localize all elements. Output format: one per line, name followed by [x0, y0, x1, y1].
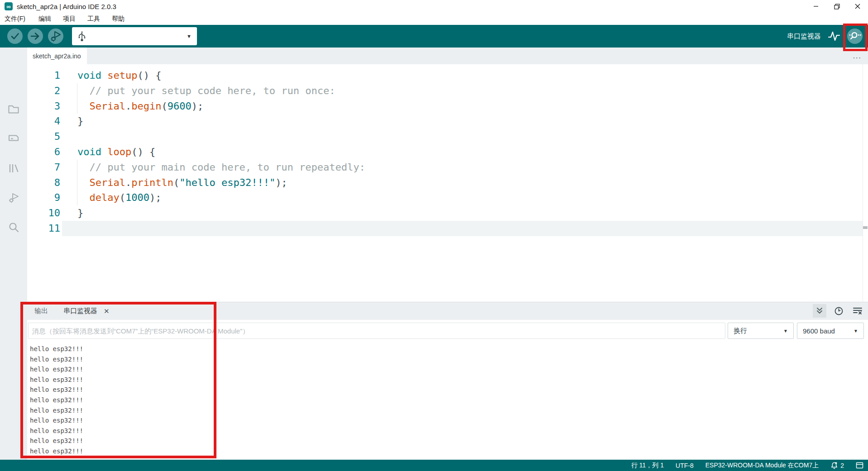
cursor-position[interactable]: 行 11，列 1	[631, 461, 664, 470]
menu-sketch[interactable]: 项目	[57, 15, 82, 23]
serial-output-line: hello esp32!!!	[30, 354, 862, 365]
window-title: sketch_apr2a | Arduino IDE 2.0.3	[17, 3, 116, 10]
arduino-logo-icon: ∞	[5, 2, 13, 10]
line-number-gutter: 1234567891011	[27, 68, 62, 236]
toolbar-right: 串口监视器	[787, 25, 863, 48]
sketchbook-folder-icon[interactable]	[7, 102, 20, 115]
serial-output-area[interactable]: hello esp32!!!hello esp32!!!hello esp32!…	[27, 344, 862, 460]
chevron-down-icon: ▼	[854, 328, 858, 333]
menu-edit[interactable]: 编辑	[33, 15, 57, 23]
line-number: 11	[27, 221, 60, 236]
menu-tools[interactable]: 工具	[82, 15, 106, 23]
library-manager-icon[interactable]	[7, 162, 20, 174]
close-serial-monitor-icon[interactable]: ✕	[104, 307, 110, 315]
code-line[interactable]: // put your main code here, to run repea…	[77, 160, 863, 175]
verify-button[interactable]	[7, 29, 23, 44]
code-line[interactable]	[77, 129, 863, 144]
board-selector[interactable]: ▼	[72, 27, 197, 45]
serial-output-line: hello esp32!!!	[30, 405, 862, 416]
line-ending-dropdown[interactable]: 换行 ▼	[728, 323, 794, 339]
line-number: 8	[27, 175, 60, 190]
line-number: 2	[27, 83, 60, 99]
debug-sidebar-icon[interactable]	[7, 191, 20, 204]
tab-serial-monitor[interactable]: 串口监视器	[60, 307, 101, 315]
panel-header-icons	[813, 304, 864, 318]
serial-output-line: hello esp32!!!	[30, 415, 862, 426]
chevron-down-icon: ▼	[187, 33, 192, 39]
line-number: 10	[27, 205, 60, 221]
code-line[interactable]: delay(1000);	[77, 190, 863, 205]
line-number: 9	[27, 190, 60, 205]
serial-monitor-button[interactable]	[847, 29, 863, 44]
search-icon[interactable]	[7, 221, 20, 233]
line-number: 7	[27, 160, 60, 175]
bottom-panel: 输出 串口监视器 ✕	[27, 302, 868, 460]
serial-output-line: hello esp32!!!	[30, 375, 862, 385]
panel-layout-icon	[856, 462, 863, 469]
chevron-down-icon: ▼	[783, 328, 788, 333]
editor-scrollbar[interactable]	[863, 64, 868, 302]
code-line[interactable]: void loop() {	[77, 144, 863, 160]
menu-file[interactable]: 文件(F)	[0, 15, 33, 23]
line-number: 6	[27, 144, 60, 160]
titlebar: ∞ sketch_apr2a | Arduino IDE 2.0.3	[0, 0, 868, 13]
clear-output-icon[interactable]	[851, 304, 864, 318]
debug-button[interactable]	[48, 29, 63, 44]
boards-manager-icon[interactable]	[7, 132, 20, 144]
line-number: 4	[27, 114, 60, 129]
activity-sidebar	[0, 48, 27, 460]
menubar: 文件(F) 编辑 项目 工具 帮助	[0, 13, 868, 25]
serial-output-line: hello esp32!!!	[30, 364, 862, 375]
line-number: 5	[27, 129, 60, 144]
menu-help[interactable]: 帮助	[106, 15, 130, 23]
bell-icon	[830, 461, 838, 469]
code-line[interactable]: }	[77, 114, 863, 129]
arduino-ide-window: ∞ sketch_apr2a | Arduino IDE 2.0.3 文件(F)…	[0, 0, 868, 471]
code-area[interactable]: void setup() { // put your setup code he…	[62, 68, 863, 236]
code-line[interactable]	[77, 221, 863, 236]
line-number: 3	[27, 99, 60, 114]
serial-output-line: hello esp32!!!	[30, 395, 862, 405]
autoscroll-icon[interactable]	[813, 304, 826, 318]
window-controls	[806, 0, 868, 13]
usb-icon	[77, 31, 86, 42]
toggle-panel-button[interactable]	[856, 462, 863, 469]
serial-output-line: hello esp32!!!	[30, 385, 862, 395]
close-button[interactable]	[847, 0, 868, 13]
line-ending-value: 换行	[734, 327, 747, 335]
panel-header: 输出 串口监视器 ✕	[27, 302, 868, 320]
code-line[interactable]: void setup() {	[77, 68, 863, 83]
code-line[interactable]: Serial.begin(9600);	[77, 99, 863, 114]
serial-output-line: hello esp32!!!	[30, 436, 862, 446]
serial-plotter-icon[interactable]	[827, 29, 841, 43]
timestamp-icon[interactable]	[832, 304, 845, 318]
upload-button[interactable]	[28, 29, 43, 44]
tab-output[interactable]: 输出	[31, 307, 52, 315]
code-line[interactable]: }	[77, 205, 863, 221]
tab-sketch-apr2a[interactable]: sketch_apr2a.ino	[27, 48, 87, 64]
statusbar: 行 11，列 1 UTF-8 ESP32-WROOM-DA Module 在CO…	[0, 460, 868, 471]
check-icon	[7, 29, 23, 44]
baud-rate-dropdown[interactable]: 9600 baud ▼	[797, 323, 864, 339]
toolbar: ▼ 串口监视器	[0, 25, 868, 48]
code-editor[interactable]: 1234567891011 void setup() { // put your…	[27, 64, 868, 302]
serial-output-line: hello esp32!!!	[30, 446, 862, 457]
encoding-indicator[interactable]: UTF-8	[676, 462, 694, 469]
tab-overflow-menu[interactable]: ...	[853, 48, 862, 64]
editor-tabbar: sketch_apr2a.ino ...	[27, 48, 868, 64]
tab-label: sketch_apr2a.ino	[33, 52, 81, 60]
line-number: 1	[27, 68, 60, 83]
notifications-button[interactable]: 2	[830, 461, 844, 469]
baud-rate-value: 9600 baud	[803, 327, 835, 335]
message-row: 换行 ▼ 9600 baud ▼	[27, 323, 868, 339]
serial-monitor-tooltip: 串口监视器	[787, 32, 821, 41]
notification-count: 2	[840, 462, 844, 469]
arrow-right-icon	[28, 29, 43, 44]
code-line[interactable]: // put your setup code here, to run once…	[77, 83, 863, 99]
serial-output-line: hello esp32!!!	[30, 426, 862, 436]
code-line[interactable]: Serial.println("hello esp32!!!");	[77, 175, 863, 190]
board-port-indicator[interactable]: ESP32-WROOM-DA Module 在COM7上	[705, 461, 819, 470]
restore-button[interactable]	[826, 0, 847, 13]
serial-message-input[interactable]	[28, 323, 725, 339]
minimize-button[interactable]	[806, 0, 826, 13]
